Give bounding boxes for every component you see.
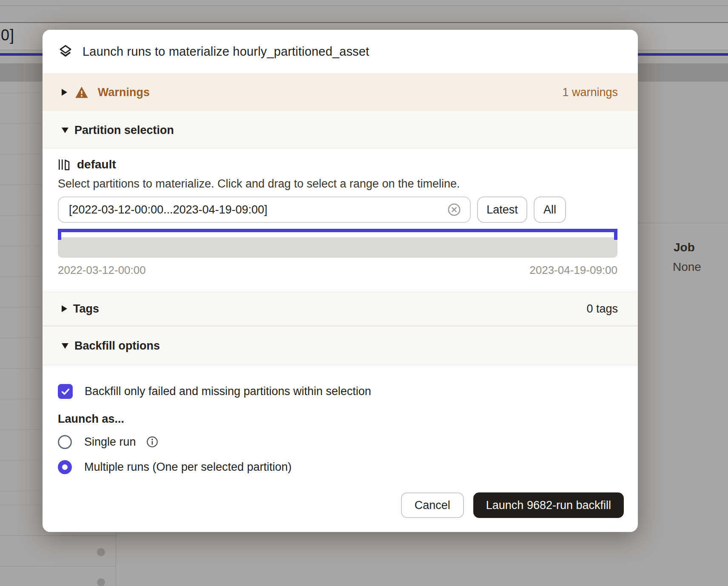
tags-header-label: Tags — [73, 302, 99, 316]
bg-table-row-line — [0, 246, 43, 246]
cancel-button[interactable]: Cancel — [401, 492, 464, 518]
warning-triangle-icon — [75, 86, 88, 99]
timeline-end-label: 2023-04-19-09:00 — [529, 264, 617, 277]
bg-row-divider — [0, 6, 728, 6]
bg-job-column-value: None — [673, 260, 701, 274]
bg-table-row-line — [0, 276, 43, 277]
warnings-section-toggle[interactable]: Warnings 1 warnings — [43, 73, 638, 111]
chevron-down-icon — [62, 343, 68, 349]
partition-range-input[interactable] — [69, 203, 443, 216]
timeline-labels: 2022-03-12-00:00 2023-04-19-09:00 — [58, 264, 617, 277]
bg-table-row-line — [0, 93, 43, 93]
tags-section-toggle[interactable]: Tags 0 tags — [43, 292, 638, 326]
bg-table-row-line — [0, 338, 43, 338]
bg-job-column-header: Job — [674, 241, 695, 254]
bg-table-row-line — [0, 535, 116, 536]
partition-range-field — [58, 196, 471, 223]
latest-button[interactable]: Latest — [477, 196, 527, 223]
bg-table-row-line — [0, 123, 43, 124]
materialize-layers-icon — [58, 44, 73, 59]
backfill-options-body: Backfill only failed and missing partiti… — [43, 365, 638, 463]
bg-status-dot — [97, 548, 105, 556]
bg-table-row-line — [0, 307, 43, 307]
bg-status-dot — [97, 578, 105, 586]
checkbox-label: Backfill only failed and missing partiti… — [85, 385, 371, 398]
clear-input-icon[interactable] — [447, 202, 461, 217]
partition-dimension-icon — [58, 158, 70, 171]
chevron-down-icon — [62, 128, 68, 133]
bg-table-row-line — [0, 430, 43, 430]
chevron-right-icon — [62, 305, 67, 312]
dialog-footer: Cancel Launch 9682-run backfill — [43, 463, 638, 532]
launch-as-label: Launch as... — [58, 412, 619, 426]
launch-backfill-dialog: Launch runs to materialize hourly_partit… — [43, 30, 638, 532]
partition-dimension-name: default — [77, 158, 116, 171]
partition-input-row: Latest All — [58, 196, 617, 223]
selection-range-bracket — [58, 229, 617, 232]
backfill-only-failed-checkbox[interactable]: Backfill only failed and missing partiti… — [58, 384, 619, 399]
bg-column-divider — [116, 532, 116, 586]
bg-table-row-line — [0, 566, 116, 566]
bg-table-row-line — [0, 215, 43, 216]
backfill-options-header: Backfill options — [74, 339, 160, 353]
bg-table-row-line — [0, 185, 43, 185]
chevron-right-icon — [62, 89, 67, 96]
launch-backfill-button[interactable]: Launch 9682-run backfill — [473, 492, 624, 518]
checkbox-checked-icon — [58, 384, 73, 399]
tags-count: 0 tags — [586, 302, 618, 316]
warnings-count: 1 warnings — [562, 86, 618, 99]
all-button[interactable]: All — [534, 196, 566, 223]
radio-unselected-icon — [58, 435, 72, 449]
bg-table-row-line — [0, 368, 43, 369]
bg-table-row-line — [0, 399, 43, 399]
partition-timeline[interactable] — [58, 237, 617, 258]
bg-table-row-line — [0, 460, 43, 461]
dialog-title: Launch runs to materialize hourly_partit… — [82, 45, 369, 59]
partition-selection-header: Partition selection — [74, 124, 174, 137]
partition-dimension-row: default — [58, 156, 617, 173]
single-run-radio[interactable]: Single run — [58, 433, 619, 451]
bg-table-row-line — [0, 491, 43, 491]
bg-table-row-line — [0, 154, 43, 154]
bg-partial-input-text: 0] — [1, 26, 14, 44]
timeline-start-label: 2022-03-12-00:00 — [58, 264, 146, 277]
bg-right-panel-divider — [638, 223, 728, 223]
backfill-options-toggle[interactable]: Backfill options — [43, 326, 638, 365]
partition-selection-toggle[interactable]: Partition selection — [43, 111, 638, 148]
partition-instruction: Select partitions to materialize. Click … — [58, 176, 617, 191]
bg-table-row-line — [0, 505, 43, 505]
warnings-label: Warnings — [98, 86, 150, 99]
partition-selection-body: default Select partitions to materialize… — [43, 148, 638, 292]
info-icon[interactable] — [146, 435, 159, 448]
single-run-label: Single run — [84, 435, 136, 449]
dialog-titlebar: Launch runs to materialize hourly_partit… — [43, 30, 638, 73]
